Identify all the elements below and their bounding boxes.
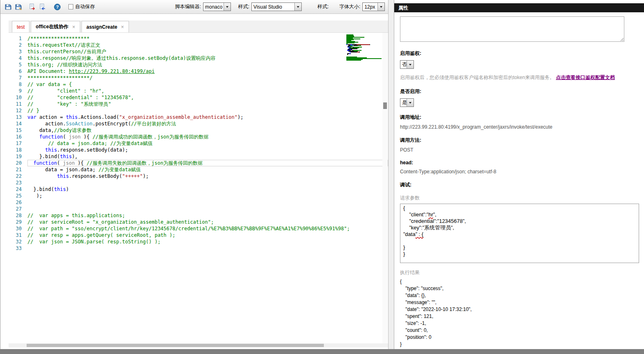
style-select[interactable]: Visual Studio <box>251 2 302 11</box>
import-icon[interactable] <box>38 3 47 11</box>
line-number: 8 <box>9 81 27 88</box>
line-number: 1 <box>9 35 27 42</box>
line-number: 23 <box>9 179 27 186</box>
invoke-method-label: 调用方法: <box>400 137 639 144</box>
line-number: 22 <box>9 173 27 179</box>
line-number: 14 <box>9 120 27 127</box>
line-number: 30 <box>9 225 27 232</box>
style2-label: 样式: <box>317 3 328 10</box>
line-number: 6 <box>9 68 27 75</box>
code-line: ); <box>27 193 388 199</box>
request-editor[interactable]: { ”client”:”hr”, ”credential”:”12345678”… <box>400 204 639 263</box>
line-number: 29 <box>9 219 27 225</box>
properties-title: 属性 <box>394 3 644 12</box>
invoke-method-value: POST <box>400 147 639 153</box>
request-line: } <box>403 244 636 251</box>
tab-office在线协作[interactable]: office在线协作× <box>31 21 80 32</box>
line-number: 9 <box>9 88 27 94</box>
line-number: 15 <box>9 127 27 134</box>
code-line: // var path = "sso/encrypt/client/hr/key… <box>27 225 388 232</box>
line-numbers: 1234567891011121314151617181920212223242… <box>9 33 27 343</box>
app-window: ? 自动保存 脚本编辑器: monaco 样式: Visual Studio 样… <box>0 0 644 349</box>
debug-label: 调试: <box>400 182 639 188</box>
line-number: 18 <box>9 147 27 153</box>
line-number: 17 <box>9 140 27 147</box>
horizontal-scrollbar[interactable] <box>9 343 388 347</box>
line-number: 12 <box>9 107 27 114</box>
font-size-select[interactable]: 12px <box>362 2 385 11</box>
code-line: function( json ){ //服务调用成功的回调函数，json为服务传… <box>27 134 388 140</box>
line-number: 16 <box>9 134 27 140</box>
code-editor[interactable]: 1234567891011121314151617181920212223242… <box>9 33 388 343</box>
code-line: // var apps = this.applications; <box>27 212 388 219</box>
code-line: // data = json.data; //为变量data赋值 <box>27 140 388 147</box>
enable-label: 是否启用: <box>400 88 639 95</box>
result-line: "size": -1, <box>400 320 639 327</box>
save-as-icon[interactable] <box>14 3 23 11</box>
line-number: 25 <box>9 193 27 199</box>
save-icon[interactable] <box>4 3 13 11</box>
auth-doc-link[interactable]: 点击查看接口鉴权配置文档 <box>556 75 615 80</box>
invoke-url-label: 调用地址: <box>400 114 639 121</box>
auth-hint-text: 启用鉴权后，您必须使用鉴权客户端名称和加密后的token来调用服务。 <box>400 75 554 80</box>
minimap[interactable] <box>346 34 382 61</box>
code-line: }.bind(this) <box>27 186 388 193</box>
line-number: 21 <box>9 166 27 173</box>
line-number: 32 <box>9 238 27 245</box>
autosave-label: 自动保存 <box>75 3 95 10</box>
auth-select-value: 否 <box>400 61 407 68</box>
line-number: 27 <box>9 206 27 212</box>
description-textarea[interactable] <box>400 16 624 42</box>
tab-label: assignCreate <box>86 24 117 30</box>
request-params-label: 请求参数 <box>400 195 639 202</box>
code-line: this.currentPerson//当前用户 <box>27 48 388 55</box>
code-line: data = json.data; //为变量data赋值 <box>27 166 388 173</box>
autosave-checkbox[interactable] <box>68 4 74 9</box>
help-icon[interactable]: ? <box>53 3 62 11</box>
line-number: 3 <box>9 48 27 55</box>
auth-select[interactable]: 否 <box>400 60 414 69</box>
export-icon[interactable] <box>28 3 37 11</box>
script-editor-select[interactable]: monaco <box>203 2 231 11</box>
close-icon[interactable]: × <box>72 24 75 30</box>
result-line: "count": 0, <box>400 327 639 334</box>
code-line: // var resp = apps.getQuery( serviceRoot… <box>27 232 388 238</box>
line-number: 28 <box>9 212 27 219</box>
line-number: 24 <box>9 186 27 193</box>
close-icon[interactable]: × <box>121 24 124 30</box>
line-number: 11 <box>9 101 27 107</box>
vertical-scrollbar[interactable] <box>382 33 388 343</box>
tab-bar: testoffice在线协作×assignCreate× <box>9 20 388 33</box>
code-line: data,//body请求参数 <box>27 127 388 134</box>
line-number: 19 <box>9 153 27 160</box>
tab-assignCreate[interactable]: assignCreate× <box>81 21 129 32</box>
chevron-down-icon <box>377 3 384 11</box>
code-line: // var data = { <box>27 81 388 88</box>
line-number: 2 <box>9 42 27 48</box>
chevron-down-icon <box>407 99 414 107</box>
auth-hint: 启用鉴权后，您必须使用鉴权客户端名称和加密后的token来调用服务。 点击查看接… <box>400 74 639 81</box>
scrollbar-thumb[interactable] <box>383 102 387 109</box>
request-line: ”client”:”hr”, <box>403 211 636 218</box>
code-content[interactable]: /********************this.requestText//请… <box>27 33 388 343</box>
tab-label: test <box>17 24 25 30</box>
scrollbar-thumb[interactable] <box>27 344 324 347</box>
code-line <box>27 206 388 212</box>
script-editor-label: 脚本编辑器: <box>175 3 201 10</box>
tab-test[interactable]: test <box>12 21 29 32</box>
result-line: "date": "2022-10-10 17:32:10", <box>400 306 639 313</box>
code-line: // "key" : "系统管理员" <box>27 101 388 107</box>
enable-select[interactable]: 是 <box>400 98 414 107</box>
code-line: var action = this.Actions.load("x_organi… <box>27 114 388 120</box>
request-line: { <box>403 205 636 211</box>
chevron-down-icon <box>294 3 301 11</box>
toolbar: ? 自动保存 脚本编辑器: monaco 样式: Visual Studio 样… <box>0 0 388 14</box>
line-number: 7 <box>9 75 27 81</box>
code-line: this.requestText//请求正文 <box>27 42 388 48</box>
head-label: head: <box>400 160 639 166</box>
auth-label: 启用鉴权: <box>400 50 639 57</box>
request-line: ”data” : { <box>403 231 636 238</box>
code-line: this.response.setBody(data); <box>27 147 388 153</box>
code-line <box>27 245 388 252</box>
pane-splitter[interactable] <box>389 0 394 349</box>
